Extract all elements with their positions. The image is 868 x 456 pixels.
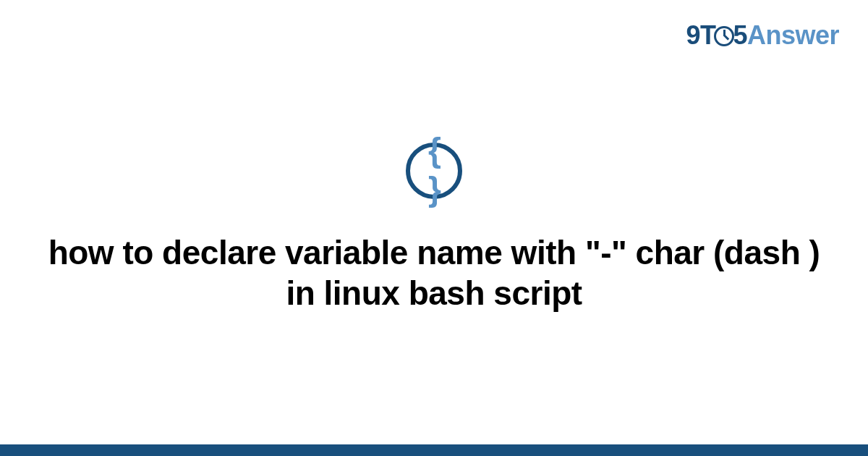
logo-middle: 5 (733, 20, 747, 50)
braces-glyph: { } (422, 130, 446, 208)
logo-prefix: 9T (686, 20, 715, 50)
logo-suffix: Answer (747, 20, 839, 50)
clock-icon (714, 26, 734, 46)
site-logo[interactable]: 9T5Answer (686, 20, 839, 51)
main-content: { } how to declare variable name with "-… (0, 143, 868, 313)
braces-icon: { } (406, 143, 462, 199)
bottom-accent-bar (0, 444, 868, 456)
question-title: how to declare variable name with "-" ch… (0, 232, 868, 313)
